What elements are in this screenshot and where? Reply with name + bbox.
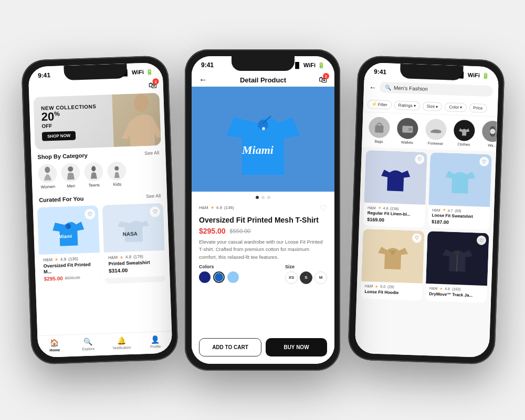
category-see-all[interactable]: See All bbox=[144, 150, 159, 156]
phone-right-screen: 9:41 ▐▌ WiFi 🔋 ← 🔍 Men's Fashion bbox=[354, 62, 499, 358]
filter-chip-ratings[interactable]: Ratings ▾ bbox=[394, 101, 420, 111]
notch-left bbox=[64, 64, 127, 80]
product-image-nasa: NASA ♡ bbox=[102, 203, 165, 253]
category-men-icon bbox=[61, 163, 80, 182]
price-row-detail: $295.00 $550.00 bbox=[199, 227, 327, 235]
products-grid-home: Miami ♡ H&M ★ 4.9 (136) bbox=[33, 201, 170, 288]
category-women[interactable]: Women bbox=[38, 164, 58, 190]
size-m[interactable]: M bbox=[314, 271, 327, 284]
category-teens[interactable]: Teens bbox=[84, 162, 104, 188]
color-filter-label: Color bbox=[449, 104, 459, 110]
price-only-nasa: $314.00 bbox=[109, 267, 128, 274]
size-chevron: ▾ bbox=[436, 104, 438, 109]
bottom-nav: 🏠 Home 🔍 Explore 🔔 Notification 👤 Profil… bbox=[37, 331, 172, 358]
brand-center: H&M bbox=[199, 205, 208, 210]
wishlist-search-1[interactable]: ♡ bbox=[415, 154, 425, 164]
wishlist-miami[interactable]: ♡ bbox=[85, 208, 96, 219]
wishlist-center[interactable]: ♡ bbox=[320, 203, 327, 213]
color-blue[interactable] bbox=[213, 271, 225, 283]
detail-cart-icon[interactable]: 🛍 2 bbox=[319, 75, 327, 85]
wifi-right: WiFi bbox=[468, 72, 480, 79]
cat-clothes[interactable]: Clothes bbox=[452, 120, 476, 147]
search-icon-right: 🔍 bbox=[385, 85, 391, 90]
color-lightblue[interactable] bbox=[227, 271, 239, 283]
buy-now-button[interactable]: BUY NOW bbox=[266, 338, 327, 356]
cat-watches[interactable]: Wa... bbox=[480, 121, 497, 148]
filter-chip-size[interactable]: Size ▾ bbox=[423, 102, 443, 111]
search-product-2[interactable]: ♡ H&M ★ 4.7 (59) Loose Fit Sweatshirt $1… bbox=[428, 152, 492, 230]
wishlist-search-3[interactable]: ♡ bbox=[412, 233, 422, 243]
search-product-1[interactable]: ♡ H&M ★ 4.8 (236) Regular Fit Linen-bl..… bbox=[363, 150, 427, 228]
price-original-detail: $550.00 bbox=[230, 228, 251, 234]
shop-now-button[interactable]: SHOP NOW bbox=[42, 131, 76, 141]
svg-point-1 bbox=[45, 166, 50, 173]
filter-chip-color[interactable]: Color ▾ bbox=[445, 102, 467, 112]
search-product-3[interactable]: ♡ H&M ★ 5.0 (29) Loose Fit Hoodie bbox=[361, 228, 425, 301]
notification-icon: 🔔 bbox=[117, 336, 127, 345]
size-s[interactable]: S bbox=[300, 271, 312, 284]
svg-rect-11 bbox=[375, 125, 383, 133]
svg-point-0 bbox=[133, 94, 149, 112]
dot-1 bbox=[256, 196, 259, 199]
cart-icon-container[interactable]: 🛍 2 bbox=[148, 80, 157, 90]
category-women-icon bbox=[38, 164, 57, 183]
search-product-1-info: H&M ★ 4.8 (236) Regular Fit Linen-bl... … bbox=[363, 203, 425, 228]
size-options: XS S M bbox=[285, 271, 327, 284]
size-label: Size bbox=[285, 264, 327, 269]
profile-icon: 👤 bbox=[151, 335, 160, 344]
svg-point-3 bbox=[91, 166, 96, 171]
wifi-center: WiFi bbox=[303, 62, 316, 68]
category-teens-icon bbox=[84, 162, 103, 182]
cat-watches-icon bbox=[482, 121, 498, 142]
search-input-container[interactable]: 🔍 Men's Fashion bbox=[380, 82, 494, 97]
wishlist-search-4[interactable]: ♡ bbox=[477, 235, 487, 245]
categories-row: Women Men Teens bbox=[32, 158, 167, 193]
back-button-right[interactable]: ← bbox=[369, 83, 377, 91]
curated-title: Curated For You bbox=[39, 195, 84, 203]
rating-nasa: 4.8 bbox=[125, 255, 131, 259]
phone-center-screen: 9:41 ▐▌ WiFi 🔋 ← Detail Product 🛍 2 bbox=[192, 56, 334, 364]
product-info-nasa: H&M ★ 4.8 (178) Printed Sweatshirt $314.… bbox=[104, 250, 166, 278]
back-button-center[interactable]: ← bbox=[199, 75, 207, 85]
category-women-label: Women bbox=[41, 184, 56, 190]
cat-wallets[interactable]: Wallets bbox=[395, 118, 419, 145]
size-xs[interactable]: XS bbox=[285, 271, 298, 284]
product-card-nasa[interactable]: NASA ♡ H&M ★ 4.8 (178) Printed Sweats bbox=[102, 203, 166, 284]
category-kids[interactable]: Kids bbox=[107, 161, 127, 187]
category-kids-icon bbox=[107, 161, 127, 181]
options-row: Colors Size XS S bbox=[199, 264, 327, 284]
color-navy[interactable] bbox=[199, 271, 211, 283]
action-buttons: ADD TO CART BUY NOW bbox=[192, 334, 334, 364]
filter-chip-filter[interactable]: ⚡ Filter bbox=[368, 100, 392, 110]
filter-label: Filter bbox=[378, 102, 387, 108]
phone-right: 9:41 ▐▌ WiFi 🔋 ← 🔍 Men's Fashion bbox=[348, 55, 505, 364]
reviews-miami: (136) bbox=[68, 256, 78, 261]
product-name-s3: Loose Fit Hoodie bbox=[364, 289, 418, 296]
cat-bags[interactable]: Bags bbox=[367, 117, 391, 144]
add-to-cart-button[interactable]: ADD TO CART bbox=[199, 338, 261, 356]
status-time-left: 9:41 bbox=[38, 71, 51, 79]
filter-chip-price[interactable]: Price bbox=[469, 103, 487, 113]
search-product-4-img: ♡ bbox=[426, 231, 489, 286]
wishlist-search-2[interactable]: ♡ bbox=[479, 156, 489, 166]
category-men[interactable]: Men bbox=[61, 163, 81, 188]
hero-text: NEW COLLECTIONS 20% OFF SHOP NOW bbox=[41, 103, 98, 141]
model-image bbox=[112, 93, 161, 147]
nav-profile[interactable]: 👤 Profile bbox=[138, 334, 172, 350]
nav-notification[interactable]: 🔔 Notification bbox=[104, 336, 139, 351]
status-time-center: 9:41 bbox=[201, 61, 214, 69]
search-product-2-info: H&M ★ 4.7 (59) Loose Fit Sweatshirt $187… bbox=[428, 205, 490, 230]
cat-footwear[interactable]: Footwear bbox=[424, 119, 448, 146]
nasa-sweatshirt-small: NASA bbox=[114, 209, 152, 247]
home-icon: 🏠 bbox=[50, 339, 59, 348]
product-name-s4: DryMove™ Track Ja... bbox=[429, 291, 483, 298]
phone-left-screen: 9:41 ▐▌ WiFi 🔋 🛍 2 bbox=[28, 62, 172, 358]
product-card-miami[interactable]: Miami ♡ H&M ★ 4.9 (136) bbox=[37, 205, 101, 286]
nav-home[interactable]: 🏠 Home bbox=[38, 338, 72, 353]
nav-explore[interactable]: 🔍 Explore bbox=[71, 337, 105, 352]
status-time-right: 9:41 bbox=[374, 68, 387, 76]
curated-see-all[interactable]: See All bbox=[146, 193, 161, 199]
wishlist-nasa[interactable]: ♡ bbox=[150, 206, 161, 217]
search-product-4[interactable]: ♡ H&M ★ 4.8 (163) DryMove™ Track Ja... bbox=[425, 231, 489, 303]
miami-shirt-small: Miami bbox=[49, 211, 87, 249]
